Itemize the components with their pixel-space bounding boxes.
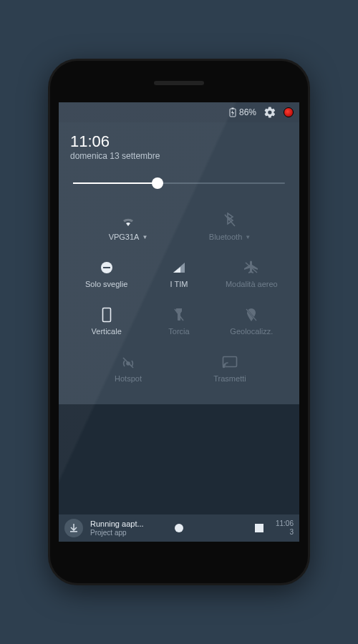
- battery-charging-icon: [229, 107, 236, 117]
- qs-label: Modalità aereo: [226, 280, 278, 288]
- nav-recents-button[interactable]: [245, 523, 274, 533]
- nav-back-button[interactable]: [84, 522, 113, 534]
- notification-count: 3: [276, 528, 294, 537]
- record-indicator-icon[interactable]: [284, 107, 294, 117]
- qs-tile-hotspot[interactable]: Hotspot: [77, 350, 179, 390]
- screen: </application> 86% 11:06: [59, 102, 299, 542]
- nav-home-button[interactable]: [165, 522, 193, 534]
- dnd-icon: [100, 260, 114, 275]
- quick-settings-panel: 11:06 domenica 13 settembre VPG31A▼: [59, 122, 299, 404]
- notification-meta: 11:06 3: [276, 519, 294, 537]
- status-date: domenica 13 settembre: [70, 151, 288, 161]
- qs-label: I TIM: [170, 280, 188, 288]
- qs-tile-bluetooth[interactable]: Bluetooth▼: [179, 208, 281, 248]
- svg-rect-17: [70, 531, 77, 532]
- svg-marker-2: [231, 110, 234, 116]
- qs-label: Hotspot: [115, 374, 142, 383]
- qs-label: Trasmetti: [213, 374, 246, 383]
- wifi-icon: [120, 213, 137, 228]
- hotspot-off-icon: [120, 354, 136, 370]
- svg-rect-1: [231, 108, 233, 109]
- location-off-icon: [245, 307, 258, 323]
- qs-label: Geolocalizz.: [230, 327, 273, 336]
- chevron-down-icon: ▼: [142, 234, 147, 240]
- qs-label: Torcia: [168, 327, 189, 336]
- notification-time: 11:06: [276, 519, 294, 528]
- qs-tile-cellular[interactable]: I TIM: [142, 255, 215, 296]
- clock-block[interactable]: 11:06 domenica 13 settembre: [70, 132, 288, 161]
- brightness-slider[interactable]: [73, 174, 285, 192]
- qs-tile-wifi[interactable]: VPG31A▼: [77, 208, 179, 248]
- airplane-icon: [243, 260, 259, 275]
- qs-tile-cast[interactable]: Trasmetti: [179, 350, 281, 390]
- brightness-fill: [73, 182, 158, 184]
- battery-pct: 86%: [239, 107, 256, 117]
- svg-marker-18: [96, 524, 102, 532]
- download-icon: [64, 519, 83, 537]
- qs-label: Solo sveglie: [85, 280, 127, 288]
- qs-tile-dnd[interactable]: Solo sveglie: [70, 255, 142, 296]
- qs-row-3: Verticale Torcia Geolocalizz.: [70, 303, 288, 343]
- qs-row-4: Hotspot Trasmetti: [70, 350, 288, 390]
- settings-button[interactable]: [263, 106, 276, 119]
- gear-icon: [263, 106, 276, 119]
- device-frame: </application> 86% 11:06: [50, 61, 308, 583]
- flashlight-off-icon: [173, 307, 185, 323]
- svg-rect-5: [103, 267, 110, 268]
- bluetooth-off-icon: [223, 213, 237, 228]
- qs-tile-location[interactable]: Geolocalizz.: [216, 303, 288, 343]
- qs-tile-torch[interactable]: Torcia: [142, 303, 215, 343]
- chevron-down-icon: ▼: [245, 234, 251, 240]
- brightness-thumb[interactable]: [152, 177, 163, 189]
- qs-label: Bluetooth: [209, 233, 242, 241]
- svg-point-19: [175, 524, 183, 532]
- device-speaker: [154, 81, 204, 85]
- code-line: </application>: [66, 503, 132, 512]
- qs-label: Verticale: [92, 327, 122, 336]
- qs-label: VPG31A: [109, 233, 140, 241]
- status-bar: 86%: [59, 102, 299, 122]
- svg-rect-9: [102, 308, 110, 322]
- qs-tile-rotation[interactable]: Verticale: [70, 303, 142, 343]
- status-time: 11:06: [70, 132, 288, 151]
- qs-row-1: VPG31A▼ Bluetooth▼: [70, 208, 288, 248]
- qs-row-2: Solo sveglie I TIM Modalità aereo: [70, 255, 288, 296]
- signal-icon: [172, 260, 186, 275]
- svg-rect-20: [255, 524, 263, 532]
- qs-tile-airplane[interactable]: Modalità aereo: [216, 255, 288, 296]
- svg-point-16: [223, 366, 225, 368]
- portrait-icon: [102, 307, 112, 323]
- cast-icon: [222, 354, 238, 370]
- battery-indicator: 86%: [229, 107, 256, 117]
